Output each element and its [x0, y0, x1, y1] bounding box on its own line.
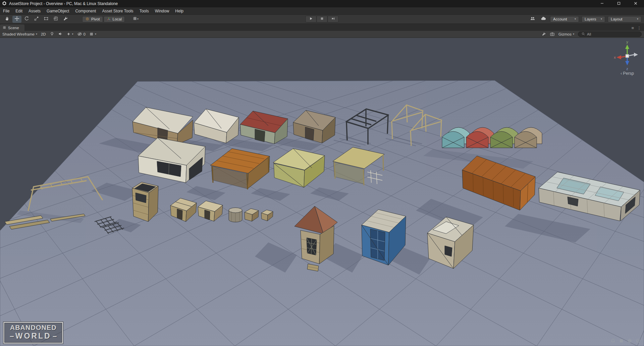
watermark-dash-left: –: [10, 332, 14, 340]
menu-assets[interactable]: Assets: [25, 7, 44, 14]
menu-gameobject[interactable]: GameObject: [44, 7, 72, 14]
menu-window[interactable]: Window: [152, 7, 172, 14]
menu-component[interactable]: Component: [72, 7, 99, 14]
local-axes-icon: [107, 17, 111, 22]
scene-search-field[interactable]: [578, 32, 642, 37]
model-barrel[interactable]: [229, 208, 242, 222]
scene-audio-toggle[interactable]: [58, 32, 63, 37]
rect-tool-icon: [44, 16, 49, 22]
menu-asset-store-tools[interactable]: Asset Store Tools: [99, 7, 136, 14]
model-watchtower-shack[interactable]: [132, 182, 158, 222]
step-button[interactable]: [328, 16, 339, 22]
menu-file[interactable]: File: [0, 7, 12, 14]
scene-effects-dropdown[interactable]: ▾: [66, 32, 73, 37]
tab-scene[interactable]: Scene: [0, 24, 24, 31]
rect-tool-button[interactable]: [42, 16, 51, 23]
hidden-objects-count: 0: [84, 32, 86, 36]
sync-check-icon[interactable]: [636, 338, 641, 345]
network-globe-icon[interactable]: [627, 338, 632, 345]
pane-header-icons: ≡ ⋮: [631, 26, 641, 30]
transform-tools: [3, 16, 70, 23]
scene-viewport[interactable]: y x z ‹Persp ABANDONED –WORLD–: [0, 38, 644, 346]
grid-snap-button[interactable]: ▾: [131, 16, 140, 22]
draw-mode-label: Shaded Wireframe: [2, 32, 35, 36]
step-icon: [331, 16, 335, 22]
window-title: AssetStore Project - Overview - PC, Mac …: [9, 1, 118, 6]
axis-z-label: z: [626, 67, 628, 71]
rotate-icon: [24, 16, 29, 22]
draw-mode-dropdown[interactable]: Shaded Wireframe ▾: [2, 32, 37, 36]
menu-bar: File Edit Assets GameObject Component As…: [0, 7, 644, 15]
status-icons: [610, 338, 641, 345]
pane-kebab-icon[interactable]: ⋮: [637, 26, 641, 30]
scene-toolbar-right: Gizmos ▾: [542, 32, 642, 37]
layout-dropdown[interactable]: Layout ▾: [608, 16, 641, 22]
layers-caret-icon: ▾: [601, 18, 602, 20]
pane-menu-icon[interactable]: ≡: [631, 26, 634, 30]
scene-grid-caret-icon: ▾: [95, 33, 96, 36]
scene-search-input[interactable]: [587, 32, 638, 36]
scene-canvas[interactable]: [0, 38, 644, 346]
gizmo-gray-handle[interactable]: [634, 53, 638, 57]
menu-help[interactable]: Help: [172, 7, 186, 14]
unity-editor-window: AssetStore Project - Overview - PC, Mac …: [0, 0, 644, 346]
small-wrench-icon: [542, 32, 546, 37]
cloud-button[interactable]: [539, 16, 547, 22]
collab-icon: [530, 16, 535, 22]
minimize-button[interactable]: [594, 0, 610, 7]
layers-dropdown[interactable]: Layers ▾: [582, 16, 605, 22]
scene-grid-dropdown[interactable]: ▾: [89, 32, 96, 37]
account-dropdown[interactable]: Account ▾: [550, 16, 579, 22]
close-button[interactable]: [627, 0, 644, 7]
tab-scene-label: Scene: [8, 26, 19, 30]
lightbulb-icon: [50, 32, 54, 37]
close-icon: [634, 1, 638, 6]
play-controls: [306, 16, 339, 22]
account-label: Account: [553, 17, 567, 21]
scale-tool-button[interactable]: [32, 16, 41, 23]
move-icon: [14, 16, 19, 22]
console-stack-icon[interactable]: [619, 338, 624, 345]
2d-toggle[interactable]: 2D: [41, 32, 46, 36]
transform-tool-button[interactable]: [51, 16, 60, 23]
hand-tool-button[interactable]: [3, 16, 12, 23]
gizmo-y-cone[interactable]: [625, 45, 629, 49]
scene-tools-button[interactable]: [542, 32, 546, 37]
toolbar-right-group: Account ▾ Layers ▾ Layout ▾: [529, 16, 641, 22]
gizmos-label: Gizmos: [558, 32, 572, 36]
effects-icon: [66, 32, 71, 37]
scene-camera-button[interactable]: [550, 32, 555, 37]
gizmo-z-cone[interactable]: [625, 61, 629, 65]
unity-logo-icon: [2, 1, 7, 7]
watermark-line2: –WORLD–: [8, 332, 58, 341]
play-button[interactable]: [306, 16, 317, 22]
grid-snap-icon: [132, 16, 137, 22]
axis-y-label: y: [626, 40, 628, 44]
wrench-icon: [63, 16, 68, 22]
grid-snap-caret-icon: ▾: [137, 18, 139, 20]
projection-toggle[interactable]: ‹Persp: [610, 71, 644, 76]
cloud-icon: [541, 16, 546, 22]
gizmo-center-cube[interactable]: [626, 54, 629, 58]
rotate-tool-button[interactable]: [22, 16, 31, 23]
menu-edit[interactable]: Edit: [12, 7, 25, 14]
maximize-button[interactable]: [610, 0, 627, 7]
gizmo-x-cone[interactable]: [616, 55, 621, 59]
menu-tools[interactable]: Tools: [137, 7, 152, 14]
pause-button[interactable]: [317, 16, 328, 22]
hidden-objects-toggle[interactable]: 0: [77, 32, 86, 37]
orientation-gizmo[interactable]: y x z: [612, 39, 642, 71]
notification-bell-icon[interactable]: [610, 338, 615, 345]
move-tool-button[interactable]: [12, 16, 21, 23]
pivot-toggle[interactable]: Pivot: [82, 16, 103, 22]
scene-lighting-toggle[interactable]: [50, 32, 54, 37]
gizmos-caret-icon: ▾: [573, 33, 574, 36]
projection-caret-icon: ‹: [621, 71, 622, 76]
scene-grid-icon: [2, 25, 6, 30]
local-toggle[interactable]: Local: [104, 16, 125, 22]
main-toolbar: Pivot Local ▾: [0, 15, 644, 24]
play-icon: [309, 16, 313, 22]
gizmos-dropdown[interactable]: Gizmos ▾: [558, 32, 574, 36]
custom-tool-button[interactable]: [61, 16, 70, 23]
collab-button[interactable]: [529, 16, 537, 22]
